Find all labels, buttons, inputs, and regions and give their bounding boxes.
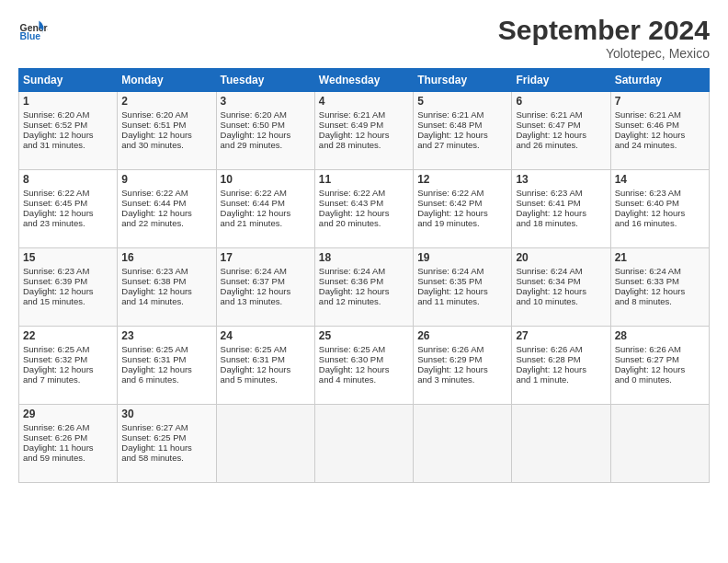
cell-info: Sunrise: 6:24 AM: [319, 266, 409, 276]
cell-info: Sunrise: 6:23 AM: [615, 188, 705, 198]
cell-info: Sunrise: 6:25 AM: [23, 344, 113, 354]
cell-info: Sunset: 6:37 PM: [221, 276, 311, 286]
cell-info: and 24 minutes.: [615, 140, 705, 150]
cell-info: Daylight: 12 hours: [615, 208, 705, 218]
day-number: 30: [121, 408, 211, 420]
calendar-cell: [314, 405, 413, 483]
cell-info: and 29 minutes.: [221, 140, 311, 150]
cell-info: Daylight: 12 hours: [23, 208, 113, 218]
cell-info: Sunrise: 6:22 AM: [121, 188, 211, 198]
calendar-cell: 29Sunrise: 6:26 AMSunset: 6:26 PMDayligh…: [19, 405, 118, 483]
month-title: September 2024: [498, 15, 710, 46]
cell-info: Sunset: 6:51 PM: [121, 120, 211, 130]
day-number: 26: [417, 329, 507, 342]
calendar-cell: 3Sunrise: 6:20 AMSunset: 6:50 PMDaylight…: [216, 92, 314, 170]
cell-info: Daylight: 12 hours: [516, 208, 606, 218]
cell-info: Sunset: 6:27 PM: [615, 354, 705, 364]
day-number: 6: [516, 95, 606, 108]
day-number: 27: [516, 329, 606, 342]
calendar-cell: 18Sunrise: 6:24 AMSunset: 6:36 PMDayligh…: [314, 248, 413, 327]
calendar-cell: 8Sunrise: 6:22 AMSunset: 6:45 PMDaylight…: [19, 170, 118, 248]
calendar-cell: 4Sunrise: 6:21 AMSunset: 6:49 PMDaylight…: [314, 92, 413, 170]
cell-info: Sunset: 6:26 PM: [23, 432, 113, 442]
cell-info: Daylight: 12 hours: [615, 130, 705, 140]
cell-info: Sunset: 6:48 PM: [417, 120, 507, 130]
calendar-cell: 21Sunrise: 6:24 AMSunset: 6:33 PMDayligh…: [610, 248, 709, 327]
cell-info: Sunset: 6:31 PM: [121, 354, 211, 364]
cell-info: and 0 minutes.: [615, 374, 705, 385]
calendar-cell: 1Sunrise: 6:20 AMSunset: 6:52 PMDaylight…: [19, 92, 118, 170]
location: Yolotepec, Mexico: [498, 46, 710, 61]
svg-text:Blue: Blue: [20, 31, 41, 41]
day-number: 24: [221, 329, 311, 342]
cell-info: and 6 minutes.: [121, 374, 211, 385]
cell-info: Sunrise: 6:20 AM: [121, 109, 211, 120]
calendar-cell: 7Sunrise: 6:21 AMSunset: 6:46 PMDaylight…: [610, 92, 709, 170]
day-number: 1: [23, 95, 113, 108]
cell-info: Sunset: 6:39 PM: [23, 276, 113, 286]
cell-info: and 13 minutes.: [221, 296, 311, 306]
day-number: 11: [319, 173, 409, 186]
cell-info: Daylight: 12 hours: [23, 130, 113, 140]
cell-info: Sunset: 6:45 PM: [23, 198, 113, 208]
cell-info: Daylight: 12 hours: [121, 130, 211, 140]
calendar-cell: 19Sunrise: 6:24 AMSunset: 6:35 PMDayligh…: [414, 248, 512, 327]
logo: General Blue: [18, 15, 48, 44]
cell-info: and 19 minutes.: [417, 218, 507, 228]
cell-info: Sunrise: 6:27 AM: [121, 422, 211, 432]
cell-info: Daylight: 11 hours: [121, 442, 211, 453]
cell-info: Daylight: 12 hours: [121, 364, 211, 374]
day-number: 29: [23, 408, 113, 420]
calendar-cell: [414, 405, 512, 483]
cell-info: and 21 minutes.: [221, 218, 311, 228]
calendar-cell: 2Sunrise: 6:20 AMSunset: 6:51 PMDaylight…: [118, 92, 216, 170]
cell-info: Sunrise: 6:21 AM: [615, 109, 705, 120]
day-number: 25: [319, 329, 409, 342]
cell-info: Daylight: 12 hours: [121, 286, 211, 296]
cell-info: Daylight: 12 hours: [417, 208, 507, 218]
day-of-week-header: Wednesday: [314, 69, 413, 92]
cell-info: Sunset: 6:30 PM: [319, 354, 409, 364]
cell-info: Sunrise: 6:24 AM: [417, 266, 507, 276]
header: General Blue September 2024 Yolotepec, M…: [18, 15, 710, 61]
cell-info: Sunrise: 6:23 AM: [23, 266, 113, 276]
cell-info: Daylight: 12 hours: [221, 208, 311, 218]
cell-info: Sunrise: 6:22 AM: [319, 188, 409, 198]
calendar-cell: 20Sunrise: 6:24 AMSunset: 6:34 PMDayligh…: [512, 248, 610, 327]
cell-info: Sunrise: 6:24 AM: [221, 266, 311, 276]
cell-info: Sunset: 6:34 PM: [516, 276, 606, 286]
day-number: 18: [319, 251, 409, 264]
cell-info: and 20 minutes.: [319, 218, 409, 228]
calendar-cell: 5Sunrise: 6:21 AMSunset: 6:48 PMDaylight…: [414, 92, 512, 170]
cell-info: Sunset: 6:33 PM: [615, 276, 705, 286]
calendar-cell: [216, 405, 314, 483]
calendar-cell: 24Sunrise: 6:25 AMSunset: 6:31 PMDayligh…: [216, 327, 314, 405]
cell-info: and 10 minutes.: [516, 296, 606, 306]
day-number: 15: [23, 251, 113, 264]
calendar-cell: 30Sunrise: 6:27 AMSunset: 6:25 PMDayligh…: [118, 405, 216, 483]
calendar-cell: 11Sunrise: 6:22 AMSunset: 6:43 PMDayligh…: [314, 170, 413, 248]
day-number: 20: [516, 251, 606, 264]
cell-info: Sunrise: 6:24 AM: [615, 266, 705, 276]
cell-info: Sunset: 6:50 PM: [221, 120, 311, 130]
cell-info: and 23 minutes.: [23, 218, 113, 228]
day-of-week-header: Tuesday: [216, 69, 314, 92]
cell-info: Sunset: 6:42 PM: [417, 198, 507, 208]
cell-info: and 7 minutes.: [23, 374, 113, 385]
day-of-week-header: Thursday: [414, 69, 512, 92]
cell-info: Sunset: 6:47 PM: [516, 120, 606, 130]
cell-info: Sunrise: 6:26 AM: [516, 344, 606, 354]
calendar-cell: 14Sunrise: 6:23 AMSunset: 6:40 PMDayligh…: [610, 170, 709, 248]
cell-info: and 11 minutes.: [417, 296, 507, 306]
day-number: 19: [417, 251, 507, 264]
day-number: 2: [121, 95, 211, 108]
calendar-cell: [512, 405, 610, 483]
calendar-cell: 16Sunrise: 6:23 AMSunset: 6:38 PMDayligh…: [118, 248, 216, 327]
day-number: 23: [121, 329, 211, 342]
cell-info: Daylight: 12 hours: [516, 364, 606, 374]
calendar-cell: 9Sunrise: 6:22 AMSunset: 6:44 PMDaylight…: [118, 170, 216, 248]
cell-info: Sunset: 6:32 PM: [23, 354, 113, 364]
cell-info: Daylight: 12 hours: [417, 364, 507, 374]
calendar-cell: 17Sunrise: 6:24 AMSunset: 6:37 PMDayligh…: [216, 248, 314, 327]
cell-info: Sunset: 6:36 PM: [319, 276, 409, 286]
